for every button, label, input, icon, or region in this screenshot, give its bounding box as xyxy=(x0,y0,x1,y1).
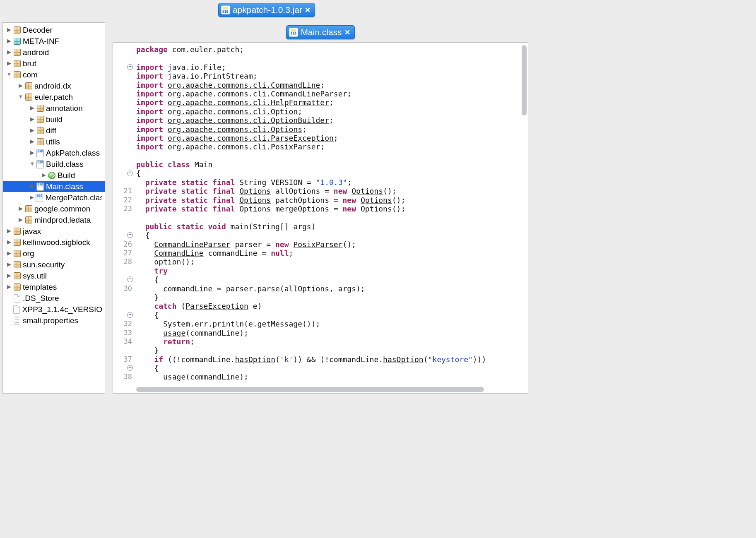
line-number: 26 xyxy=(113,240,135,249)
line-number xyxy=(113,81,135,89)
disclosure-arrow-icon[interactable] xyxy=(29,158,36,169)
tree-item[interactable]: Main.class xyxy=(3,181,105,192)
active-file-tab[interactable]: apkpatch-1.0.3.jar ✕ xyxy=(218,3,315,17)
close-icon[interactable]: ✕ xyxy=(344,28,350,37)
line-number xyxy=(113,142,135,151)
disclosure-arrow-icon[interactable] xyxy=(5,69,13,80)
tree-item[interactable]: sys.util xyxy=(3,270,105,281)
line-number: 32 xyxy=(113,319,135,328)
tab-label: apkpatch-1.0.3.jar xyxy=(233,5,302,15)
tree-item[interactable]: XPP3_1.1.4c_VERSION xyxy=(3,304,105,315)
line-number xyxy=(113,293,135,302)
tree-item[interactable]: mindprod.ledata xyxy=(3,214,105,226)
pkg-icon xyxy=(13,272,21,280)
disclosure-arrow-icon[interactable] xyxy=(17,91,24,102)
class-icon xyxy=(36,183,44,191)
line-number xyxy=(113,98,135,107)
tree-item[interactable]: diff xyxy=(3,125,105,136)
line-number xyxy=(113,213,135,222)
disclosure-arrow-icon[interactable] xyxy=(29,147,36,158)
tree-item[interactable]: euler.patch xyxy=(3,91,105,103)
tree-item[interactable]: kellinwood.sigblock xyxy=(3,237,105,248)
pkg-icon xyxy=(13,227,21,235)
fold-toggle-icon[interactable] xyxy=(127,64,133,70)
pkg-icon xyxy=(13,238,21,247)
tree-item[interactable]: google.common xyxy=(3,203,105,214)
line-number xyxy=(113,72,135,80)
tree-item-label: android xyxy=(23,47,49,58)
tree-item[interactable]: Build xyxy=(3,170,105,181)
fold-toggle-icon[interactable] xyxy=(127,312,133,318)
disclosure-arrow-icon[interactable] xyxy=(17,214,24,225)
disclosure-arrow-icon[interactable] xyxy=(40,169,48,180)
tree-item-label: org xyxy=(23,248,34,259)
disclosure-arrow-icon[interactable] xyxy=(5,35,13,46)
window-tab-bar: apkpatch-1.0.3.jar ✕ xyxy=(0,0,533,20)
disclosure-arrow-icon[interactable] xyxy=(29,180,36,192)
disclosure-arrow-icon[interactable] xyxy=(5,24,13,35)
line-number xyxy=(113,178,135,187)
tree-item[interactable]: javax xyxy=(3,226,105,237)
tree-item[interactable]: sun.security xyxy=(3,259,105,270)
tree-item[interactable]: utils xyxy=(3,136,105,147)
line-number: 30 xyxy=(113,284,135,293)
disclosure-arrow-icon[interactable] xyxy=(5,281,13,292)
class-icon xyxy=(36,149,44,157)
project-tree[interactable]: DecoderMETA-INFandroidbrutcomandroid.dxe… xyxy=(3,24,105,326)
disclosure-arrow-icon[interactable] xyxy=(29,136,36,147)
tree-item[interactable]: Decoder xyxy=(3,24,105,36)
file-icon xyxy=(12,305,21,314)
tree-item[interactable]: annotation xyxy=(3,103,105,114)
editor-tab[interactable]: Main.class ✕ xyxy=(286,25,354,39)
line-number xyxy=(113,125,135,134)
tree-item[interactable]: smali.properties xyxy=(3,315,105,326)
line-number xyxy=(113,222,135,231)
disclosure-arrow-icon[interactable] xyxy=(29,102,36,113)
tree-item[interactable]: META-INF xyxy=(3,36,105,47)
vertical-scrollbar[interactable] xyxy=(522,45,527,115)
line-number xyxy=(113,54,135,62)
code-editor[interactable]: 212223262728303233343738 package com.eul… xyxy=(113,42,528,394)
tree-item[interactable]: Build.class xyxy=(3,159,105,170)
disclosure-arrow-icon[interactable] xyxy=(5,225,13,236)
tree-item[interactable]: build xyxy=(3,114,105,125)
disclosure-arrow-icon[interactable] xyxy=(5,58,13,69)
tree-item[interactable]: templates xyxy=(3,281,105,293)
tree-item[interactable]: .DS_Store xyxy=(3,293,105,304)
disclosure-arrow-icon[interactable] xyxy=(5,236,13,247)
tree-item[interactable]: android xyxy=(3,47,105,58)
disclosure-arrow-icon[interactable] xyxy=(17,80,24,91)
tree-item-label: META-INF xyxy=(23,36,59,47)
pkg-icon xyxy=(13,26,21,34)
disclosure-arrow-icon[interactable] xyxy=(5,247,13,259)
editor-tab-label: Main.class xyxy=(301,27,342,37)
tree-item[interactable]: brut xyxy=(3,58,105,69)
disclosure-arrow-icon[interactable] xyxy=(5,46,13,58)
line-number xyxy=(113,151,135,160)
tree-item[interactable]: MergePatch.class xyxy=(3,192,105,203)
disclosure-arrow-icon[interactable] xyxy=(29,113,36,125)
disclosure-arrow-icon[interactable] xyxy=(29,192,35,203)
line-number xyxy=(113,302,135,310)
tree-item[interactable]: com xyxy=(3,69,105,80)
fold-toggle-icon[interactable] xyxy=(127,171,133,176)
horizontal-scrollbar[interactable] xyxy=(136,387,484,392)
tree-item-label: android.dx xyxy=(34,80,71,91)
disclosure-arrow-icon[interactable] xyxy=(5,270,13,281)
sidebar-resize-handle[interactable] xyxy=(105,23,105,393)
close-icon[interactable]: ✕ xyxy=(305,6,311,14)
tree-item[interactable]: org xyxy=(3,248,105,259)
tree-item[interactable]: ApkPatch.class xyxy=(3,147,105,159)
source-code[interactable]: package com.euler.patch; import java.io.… xyxy=(136,45,520,387)
tree-item-label: brut xyxy=(23,58,36,69)
disclosure-arrow-icon[interactable] xyxy=(5,259,13,270)
line-number xyxy=(113,107,135,116)
disclosure-arrow-icon[interactable] xyxy=(29,125,36,136)
pkg-icon xyxy=(36,104,44,113)
tree-item-label: Build.class xyxy=(46,159,84,170)
disclosure-arrow-icon[interactable] xyxy=(17,203,24,214)
build-icon xyxy=(48,171,56,180)
tree-item[interactable]: android.dx xyxy=(3,80,105,91)
tree-item-label: google.common xyxy=(34,203,90,214)
pkg-icon xyxy=(13,60,21,68)
